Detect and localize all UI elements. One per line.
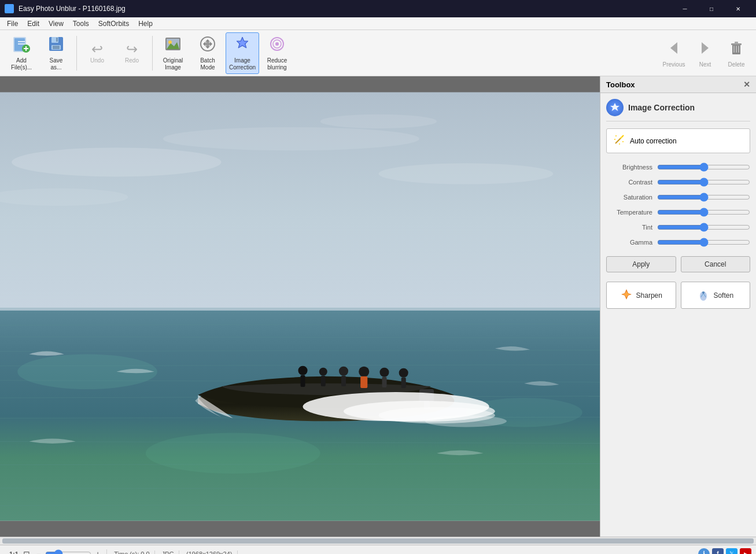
svg-point-79 [619,143,620,145]
image-container [0,76,600,537]
canvas-area[interactable] [0,76,600,537]
previous-label: Previous [663,61,685,68]
fit-view-icon[interactable]: ⊡ [21,549,32,555]
info-button[interactable]: ℹ [698,548,710,555]
youtube-button[interactable]: ▶ [740,548,751,555]
time-section: Time (s): 0.0 [109,551,154,555]
format-label: JPG [162,551,174,555]
brightness-slider[interactable] [657,162,750,172]
minimize-button[interactable]: ─ [672,0,698,17]
saturation-slider[interactable] [657,193,750,202]
cancel-button[interactable]: Cancel [681,256,751,272]
menu-edit[interactable]: Edit [23,19,44,29]
reduce-blurring-button[interactable]: Reduceblurring [260,32,294,74]
delete-icon [727,39,746,60]
tint-slider[interactable] [657,223,750,232]
svg-point-22 [275,42,279,46]
svg-marker-24 [702,42,709,54]
app-icon [5,4,14,13]
toolbox-panel: Toolbox ✕ Image Correction [600,76,756,537]
contrast-slider-container [657,178,750,187]
social-icons: ℹ f 𝕏 ▶ [698,548,751,555]
svg-rect-28 [733,46,735,53]
soften-icon [697,288,710,302]
redo-icon: ↪ [126,42,138,56]
redo-button[interactable]: ↪ Redo [115,32,149,74]
save-as-button[interactable]: Saveas... [39,32,73,74]
temperature-label: Temperature [606,209,652,216]
svg-point-36 [320,115,437,128]
delete-button[interactable]: Delete [721,32,751,74]
correction-section-icon [606,99,624,116]
next-button[interactable]: Next [690,32,720,74]
svg-point-52 [146,433,320,473]
menu-view[interactable]: View [44,19,68,29]
main-area: Toolbox ✕ Image Correction [0,76,756,537]
auto-correction-label: Auto correction [630,137,677,145]
auto-correction-button[interactable]: Auto correction [606,128,750,153]
undo-button[interactable]: ↩ Undo [80,32,114,74]
menu-help[interactable]: Help [134,19,157,29]
maximize-button[interactable]: □ [698,0,725,17]
soften-button[interactable]: Soften [681,282,751,309]
svg-rect-29 [736,46,737,53]
saturation-label: Saturation [606,194,652,201]
svg-rect-63 [360,376,367,388]
svg-rect-11 [56,38,58,42]
svg-point-14 [168,40,172,44]
previous-button[interactable]: Previous [659,32,689,74]
sharpen-button[interactable]: Sharpen [606,282,676,309]
gamma-slider[interactable] [657,238,750,247]
zoom-minus-button[interactable]: − [35,549,43,555]
svg-point-33 [163,127,419,150]
original-image-label: OriginalImage [163,57,183,71]
image-correction-icon [233,35,252,56]
brightness-slider-container [657,162,750,172]
temperature-slider[interactable] [657,208,750,217]
zoom-level-label: 1:1 [9,551,19,555]
image-correction-button[interactable]: ImageCorrection [226,32,259,74]
svg-rect-61 [341,376,346,386]
zoom-section: 1:1 ⊡ − + [5,549,107,555]
horizontal-scrollbar[interactable] [0,537,756,545]
correction-header: Image Correction [606,99,750,121]
menu-tools[interactable]: Tools [68,19,94,29]
toolbox-close-button[interactable]: ✕ [743,80,750,89]
svg-point-34 [378,163,553,184]
status-bar: 1:1 ⊡ − + Time (s): 0.0 JPG (1968x1269x2… [0,545,756,554]
format-section: JPG [157,551,179,555]
svg-point-62 [359,367,369,377]
window-title: Easy Photo Unblur - P1160168.jpg [19,5,667,13]
add-file-button[interactable]: AddFile(s)... [5,32,38,74]
zoom-plus-button[interactable]: + [94,549,102,555]
save-as-label: Saveas... [50,57,63,71]
original-image-button[interactable]: OriginalImage [156,32,190,74]
batch-mode-button[interactable]: BatchMode [191,32,224,74]
svg-point-77 [622,141,624,142]
contrast-slider[interactable] [657,178,750,187]
undo-icon: ↩ [91,42,103,56]
svg-point-76 [615,135,617,136]
svg-marker-72 [610,103,619,111]
svg-rect-59 [321,376,326,386]
sharpen-icon [620,288,633,302]
original-image-icon [164,35,182,56]
title-bar: Easy Photo Unblur - P1160168.jpg ─ □ ✕ [0,0,756,17]
dimensions-section: (1968x1269x24) [182,551,238,555]
facebook-button[interactable]: f [712,548,724,555]
image-correction-label: ImageCorrection [229,57,256,71]
separator-1 [76,36,77,71]
soften-label: Soften [713,291,733,300]
twitter-button[interactable]: 𝕏 [726,548,737,555]
menu-softorbits[interactable]: SoftOrbits [94,19,134,29]
zoom-slider[interactable] [45,549,91,555]
menu-file[interactable]: File [2,19,23,29]
menu-bar: File Edit View Tools SoftOrbits Help [0,17,756,30]
toolbox-content: Image Correction Auto correction [600,93,756,537]
redo-label: Redo [125,57,139,64]
saturation-row: Saturation [606,193,750,202]
close-button[interactable]: ✕ [725,0,751,17]
undo-label: Undo [90,57,104,64]
apply-button[interactable]: Apply [606,256,676,272]
scrollbar-thumb[interactable] [2,538,754,544]
